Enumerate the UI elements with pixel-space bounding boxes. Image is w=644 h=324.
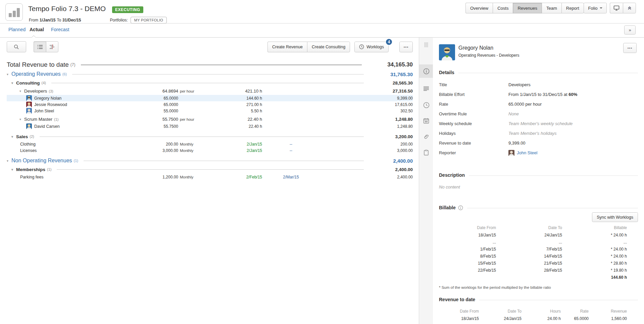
rail-notes-button[interactable] <box>419 82 433 95</box>
john-steel-avatar <box>26 108 32 114</box>
end-date-cell: -- <box>262 142 320 147</box>
row-label: Operating Revenues <box>11 71 61 77</box>
tab-actual[interactable]: Actual <box>30 27 44 32</box>
worklogs-button[interactable]: Worklogs 4 <box>354 42 389 52</box>
table-row: 18/Jan/1524/Jan/15* 24.00 h <box>439 231 638 238</box>
portfolio-chip[interactable]: MY PORTFOLIO <box>131 17 167 23</box>
row-rule <box>57 169 364 170</box>
row-rule <box>72 74 364 74</box>
folio-menu-button[interactable]: Folio <box>584 3 607 13</box>
row-count: (3) <box>49 89 53 93</box>
rail-attachments-button[interactable] <box>419 130 433 143</box>
revenue-row-scrum-master[interactable]: ▾Scrum Master(1)55.7500per hour22.40 h1,… <box>7 115 413 123</box>
row-label: David Carsen <box>34 124 60 129</box>
table-row: 8/Feb/1514/Feb/15* 24.00 h <box>439 253 638 260</box>
timeline-view-button[interactable] <box>46 41 58 52</box>
revenue-row-total-revenue-to-date[interactable]: Total Revenue to date(7)34,165.30 <box>7 60 413 70</box>
nav-tab-overview[interactable]: Overview <box>465 3 493 13</box>
nav-tab-revenues[interactable]: Revenues <box>513 3 542 13</box>
column-header: Rate <box>561 309 589 314</box>
nav-tab-team[interactable]: Team <box>542 3 561 13</box>
row-label: Jessie Rosewood <box>34 102 67 107</box>
revenue-row-memberships[interactable]: ▾Memberships(1)2,400.00 <box>7 165 413 174</box>
row-count: (4) <box>42 81 46 85</box>
row-count: (2) <box>30 134 34 139</box>
detail-value: 65.0000 per hour <box>508 102 542 107</box>
detail-panel: Gregory Nolan Operating Revenues - Devel… <box>433 38 644 324</box>
detail-label: Rate <box>439 102 508 107</box>
more-actions-button[interactable]: ••• <box>399 42 413 52</box>
tree-collapse-icon[interactable]: ▾ <box>19 89 24 93</box>
table-row: 22/Feb/1528/Feb/15* 19.80 h <box>439 267 638 274</box>
amount-cell: 2,400.00 <box>369 167 413 172</box>
revenue-row-non-operating-revenues[interactable]: ▾Non Operating Revenues(1)2,400.00 <box>7 156 413 165</box>
row-count: (6) <box>62 72 67 76</box>
detail-label: Holidays <box>439 131 508 136</box>
column-header: Revenue <box>589 309 627 314</box>
john-steel-avatar <box>508 150 514 156</box>
tab-planned[interactable]: Planned <box>8 27 26 32</box>
revenue-row-clothing[interactable]: Clothing200.00Monthly2/Jan/15--200.00 <box>7 141 413 147</box>
sync-with-worklogs-button[interactable]: Sync with Worklogs <box>592 212 638 222</box>
create-consulting-button[interactable]: Create Consulting <box>307 42 350 52</box>
paperclip-icon <box>424 133 429 140</box>
rate-cell: 55.0000 <box>115 109 199 113</box>
revenue-row-developers[interactable]: ▾Developers(3)64.8694per hour421.10 h27,… <box>7 87 413 95</box>
revenue-row-licenses[interactable]: Licenses3,000.00Monthly2/Jan/15--3,000.0… <box>7 147 413 154</box>
detail-subtitle: Operating Revenues - Developers <box>458 53 519 58</box>
presentation-mode-button[interactable] <box>610 3 623 13</box>
revenue-row-david-carsen[interactable]: David Carsen55.750022.40 h1,248.80 <box>7 123 413 129</box>
expand-panel-button[interactable]: » <box>624 25 636 35</box>
details-rows: TitleDevelopersBillable EffortFrom 1/Jan… <box>439 80 638 158</box>
amount-cell: 2,400.00 <box>369 158 413 164</box>
revenue-row-sales[interactable]: ▾Sales(2)3,200.00 <box>7 132 413 141</box>
detail-value: Team Member's weekly schedule <box>508 121 573 126</box>
tree-collapse-icon[interactable]: ▾ <box>11 135 16 139</box>
table-cell: 22/Feb/15 <box>439 268 496 273</box>
description-section: Description No content <box>439 172 638 190</box>
revenue-row-operating-revenues[interactable]: ▾Operating Revenues(6)31,765.30 <box>7 70 413 78</box>
table-cell: * 24.00 h <box>562 247 627 252</box>
revenue-row-parking-fees[interactable]: Parking fees1,200.00Monthly2/Feb/152/Mar… <box>7 174 413 180</box>
main-toolbar: Create Revenue Create Consulting Worklog… <box>7 41 413 52</box>
rate-cell: 65.0000 <box>115 96 199 101</box>
list-view-button[interactable] <box>34 41 46 52</box>
hours-cell: 22.40 h <box>199 117 262 122</box>
tree-collapse-icon[interactable]: ▾ <box>7 72 11 76</box>
tab-forecast[interactable]: Forecast <box>51 27 69 32</box>
table-cell: 1,560.00 <box>589 316 627 321</box>
detail-row-rate: Rate65.0000 per hour <box>439 99 638 109</box>
section-rule <box>469 175 638 176</box>
tree-collapse-icon[interactable]: ▾ <box>19 117 24 121</box>
tree-collapse-icon[interactable]: ▾ <box>11 168 16 171</box>
drag-handle-icon[interactable] <box>425 42 428 47</box>
rail-info-button[interactable] <box>419 64 433 78</box>
row-count: (7) <box>70 62 76 67</box>
revenue-row-consulting[interactable]: ▾Consulting(4)28,565.30 <box>7 78 413 87</box>
double-chevron-up-icon <box>627 6 632 10</box>
detail-name: Gregory Nolan <box>458 45 493 51</box>
details-section: Details TitleDevelopersBillable EffortFr… <box>439 69 638 158</box>
revenue-row-jessie-rosewood[interactable]: Jessie Rosewood65.0000271.00 h17,615.00 <box>7 101 413 108</box>
revenue-row-john-steel[interactable]: John Steel55.00005.50 h302.50 <box>7 108 413 114</box>
nav-tab-costs[interactable]: Costs <box>493 3 513 13</box>
create-revenue-button[interactable]: Create Revenue <box>267 42 307 52</box>
chevron-down-icon <box>600 7 602 9</box>
collapse-header-button[interactable] <box>623 3 636 13</box>
detail-more-button[interactable]: ••• <box>623 43 637 53</box>
details-heading: Details <box>439 70 454 75</box>
tree-collapse-icon[interactable]: ▾ <box>11 81 16 85</box>
table-cell: * 28.80 h <box>562 261 627 266</box>
tree-collapse-icon[interactable]: ▾ <box>7 159 11 163</box>
revenue-row-gregory-nolan[interactable]: Gregory Nolan65.0000144.60 h9,399.00 <box>7 95 413 101</box>
app-header: Tempo Folio 7.3 - DEMO EXECUTING From 1/… <box>0 0 644 23</box>
detail-value[interactable]: John Steel <box>517 150 537 155</box>
search-button[interactable] <box>7 41 26 52</box>
hours-cell: 144.60 h <box>199 96 262 101</box>
nav-tab-report[interactable]: Report <box>561 3 584 13</box>
rail-calendar-button[interactable] <box>419 114 433 127</box>
rate-cell: 200.00Monthly <box>115 142 199 147</box>
rail-clipboard-button[interactable] <box>419 146 433 159</box>
amount-cell: 2,400.00 <box>320 175 413 179</box>
rail-worklog-button[interactable] <box>419 98 433 112</box>
